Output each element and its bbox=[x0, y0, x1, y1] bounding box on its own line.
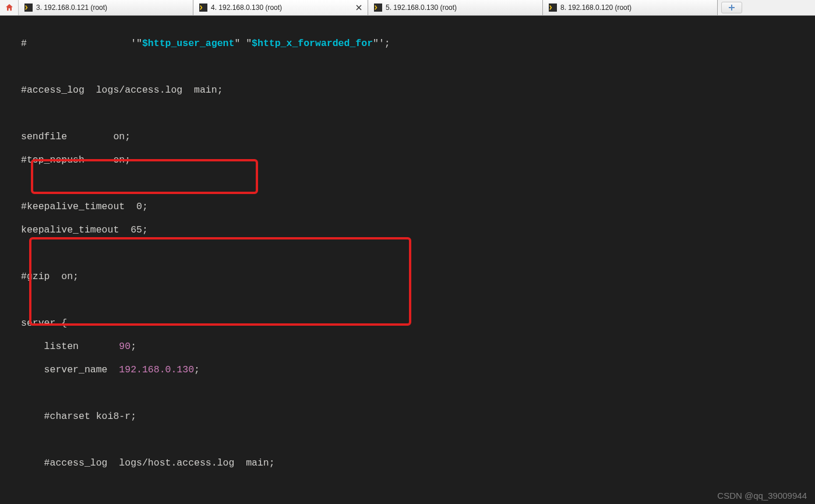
watermark: CSDN @qq_39009944 bbox=[717, 491, 807, 501]
tab-item-1[interactable]: 4. 192.168.0.130 (root) bbox=[193, 0, 368, 15]
terminal-icon bbox=[199, 3, 207, 12]
tab-item-0[interactable]: 3. 192.168.0.121 (root) bbox=[19, 0, 193, 15]
code-line bbox=[2, 434, 815, 446]
svg-rect-3 bbox=[549, 3, 557, 12]
tab-label: 3. 192.168.0.121 (root) bbox=[36, 3, 107, 12]
terminal-icon bbox=[24, 3, 33, 12]
code-line: #keepalive_timeout 0; bbox=[2, 201, 815, 213]
code-line: #access_log logs/host.access.log main; bbox=[2, 457, 815, 469]
code-line: #gzip on; bbox=[2, 271, 815, 283]
tab-close-button[interactable] bbox=[355, 3, 363, 12]
tab-bar: 3. 192.168.0.121 (root) 4. 192.168.0.130… bbox=[0, 0, 815, 16]
svg-rect-0 bbox=[24, 3, 33, 12]
code-line bbox=[2, 387, 815, 399]
terminal-icon bbox=[374, 3, 382, 12]
code-line bbox=[2, 481, 815, 492]
plus-icon bbox=[728, 4, 735, 11]
code-line: #access_log logs/access.log main; bbox=[2, 84, 815, 96]
code-line bbox=[2, 178, 815, 189]
code-line: # '"$http_user_agent" "$http_x_forwarded… bbox=[2, 38, 815, 50]
code-line bbox=[2, 294, 815, 306]
new-tab-button[interactable] bbox=[721, 2, 742, 13]
code-line: #charset koi8-r; bbox=[2, 411, 815, 422]
code-line: sendfile on; bbox=[2, 131, 815, 143]
code-line bbox=[2, 61, 815, 73]
code-line: keepalive_timeout 65; bbox=[2, 224, 815, 236]
home-icon bbox=[5, 3, 14, 12]
svg-rect-1 bbox=[199, 3, 207, 12]
tab-label: 5. 192.168.0.130 (root) bbox=[386, 3, 457, 12]
code-line: listen 90; bbox=[2, 341, 815, 353]
code-line bbox=[2, 108, 815, 119]
terminal-pane[interactable]: # '"$http_user_agent" "$http_x_forwarded… bbox=[0, 16, 815, 504]
close-icon bbox=[356, 5, 362, 10]
code-line bbox=[2, 248, 815, 259]
tab-item-2[interactable]: 5. 192.168.0.130 (root) bbox=[368, 0, 543, 15]
code-line: server_name 192.168.0.130; bbox=[2, 364, 815, 376]
svg-rect-2 bbox=[374, 3, 382, 12]
terminal-icon bbox=[549, 3, 557, 12]
code-line: server { bbox=[2, 318, 815, 329]
code-line: #tcp_nopush on; bbox=[2, 154, 815, 166]
home-button[interactable] bbox=[0, 0, 19, 15]
tab-item-3[interactable]: 8. 192.168.0.120 (root) bbox=[543, 0, 718, 15]
tab-label: 8. 192.168.0.120 (root) bbox=[560, 3, 631, 12]
tab-label: 4. 192.168.0.130 (root) bbox=[211, 3, 282, 12]
